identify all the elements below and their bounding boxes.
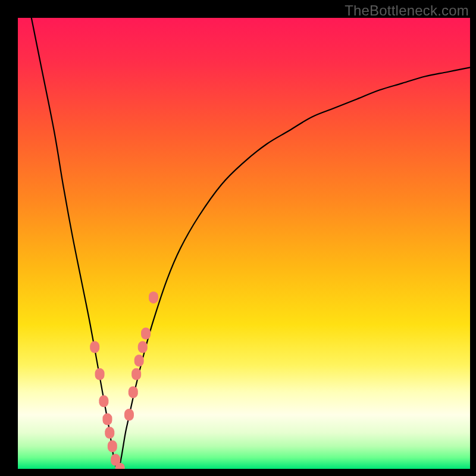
bottleneck-curve	[32, 18, 470, 469]
marker-dot	[129, 386, 138, 398]
watermark-text: TheBottleneck.com	[345, 2, 469, 19]
chart-frame: TheBottleneck.com	[0, 0, 476, 476]
marker-dot	[90, 341, 99, 353]
marker-dot	[102, 414, 112, 425]
marker-dot	[141, 328, 151, 340]
marker-dot	[105, 427, 114, 439]
marker-dot	[99, 395, 108, 407]
curve-layer	[18, 18, 470, 469]
marker-dot	[95, 368, 105, 380]
marker-dot	[131, 368, 141, 380]
marker-dot	[134, 355, 144, 367]
marker-dot	[124, 409, 134, 421]
marker-dot	[138, 341, 148, 353]
plot-area	[18, 18, 470, 469]
marker-dot	[108, 440, 117, 452]
marker-dot	[149, 292, 158, 303]
